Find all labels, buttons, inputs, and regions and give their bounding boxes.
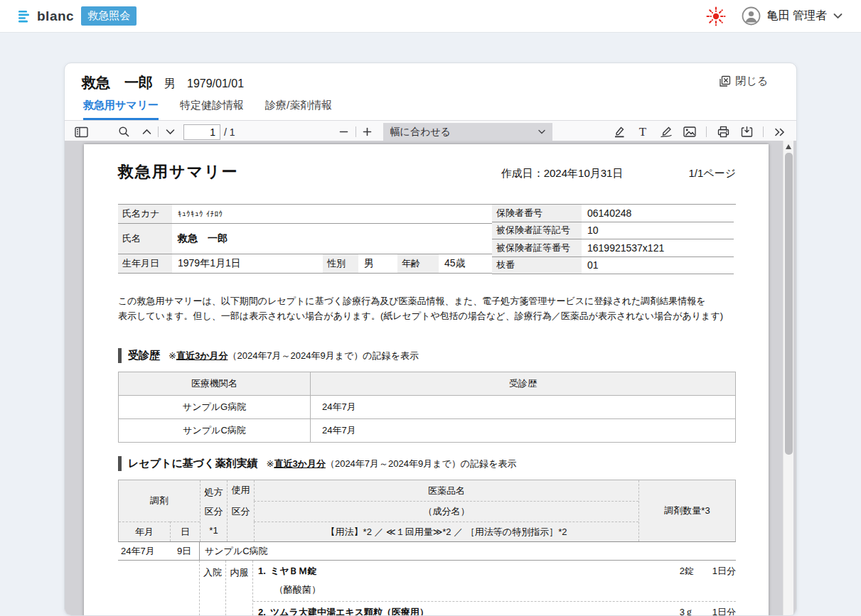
highlight-tool-button[interactable] (610, 123, 629, 141)
sex-label: 性別 (323, 254, 358, 273)
free-text-tool-button[interactable]: T (633, 123, 652, 141)
emergency-mode-icon (706, 6, 726, 26)
visit-section-title: 受診歴 (128, 349, 160, 362)
visit-history-table: 医療機関名 受診歴 サンプルG病院 24年7月 サンプルC病院 24年7月 (118, 372, 736, 443)
select-chevron-icon (538, 129, 545, 134)
print-button[interactable] (714, 123, 732, 141)
page-number-input[interactable] (183, 124, 220, 140)
topbar: blanc 救急照会 (0, 0, 861, 33)
number-value: 1619921537x121 (582, 239, 734, 256)
tab-emergency-summary[interactable]: 救急用サマリー (83, 99, 159, 120)
medication-drug-rows: 入院 内服 1. ミヤＢＭ錠 2錠 1日分 （酪酸菌） (118, 561, 736, 616)
doc-created-date: 作成日：2024年10月31日 (501, 167, 624, 180)
avatar-icon (742, 6, 761, 26)
table-row: サンプルC病院 24年7月 (119, 419, 736, 443)
branch-value: 01 (582, 257, 734, 274)
symbol-value: 10 (582, 222, 734, 239)
age-label: 年齢 (397, 254, 439, 273)
close-button[interactable]: 閉じる (719, 75, 768, 88)
download-button[interactable] (737, 123, 756, 141)
pdf-viewer: 救急用サマリー 作成日：2024年10月31日 1/1ページ 氏名カナ ｷｭｳｷ… (65, 141, 796, 615)
close-label: 閉じる (735, 75, 768, 88)
app-badge: 救急照会 (81, 6, 137, 26)
pdf-document-page: 救急用サマリー 作成日：2024年10月31日 1/1ページ 氏名カナ ｷｭｳｷ… (84, 144, 769, 616)
hospital-name: サンプルC病院 (199, 542, 736, 560)
patient-name: 救急 一郎 (82, 73, 153, 92)
list-item: 2. ツムラ大建中湯エキス顆粒（医療用） 3ｇ 1日分 （大建中湯エキス） (253, 602, 736, 616)
zoom-select-value: 幅に合わせる (390, 126, 451, 139)
tab-bar: 救急用サマリー 特定健診情報 診療/薬剤情報 (82, 99, 768, 120)
doc-page-number: 1/1ページ (688, 167, 736, 180)
doc-description-line1: この救急用サマリーは、以下期間のレセプトに基づく診療行為及び医薬品情報、また、電… (118, 293, 736, 308)
age-value: 45歳 (439, 254, 492, 273)
sex-value: 男 (358, 254, 397, 273)
zoom-select[interactable]: 幅に合わせる (383, 123, 552, 141)
doc-description: この救急用サマリーは、以下期間のレセプトに基づく診療行為及び医薬品情報、また、電… (118, 293, 736, 323)
medication-section-heading: レセプトに基づく薬剤実績 ※直近3か月分（2024年7月～2024年9月まで）の… (118, 456, 736, 471)
page-total: / 1 (224, 126, 235, 138)
user-name: 亀田 管理者 (767, 9, 827, 23)
search-button[interactable] (114, 123, 133, 141)
previous-page-button[interactable] (137, 123, 156, 141)
visit-col-history: 受診歴 (311, 372, 736, 396)
image-tool-button[interactable] (680, 123, 699, 141)
symbol-label: 被保険者証等記号 (492, 222, 582, 239)
logo-text: blanc (37, 9, 74, 24)
section-bar (118, 456, 122, 471)
zoom-out-button[interactable] (335, 123, 353, 141)
kana-value: ｷｭｳｷｭｳ ｲﾁﾛｳ (172, 205, 492, 223)
table-row: サンプルG病院 24年7月 (119, 396, 736, 419)
name-label: 氏名 (118, 224, 172, 254)
visit-table-header-row: 医療機関名 受診歴 (119, 372, 736, 396)
text-tool-glyph: T (639, 125, 646, 139)
zoom-in-button[interactable] (358, 123, 377, 141)
toolbar-more-button[interactable] (771, 123, 789, 141)
birth-value: 1979年1月1日 (172, 254, 323, 273)
draw-tool-button[interactable] (657, 123, 675, 141)
kana-label: 氏名カナ (118, 205, 172, 223)
visit-section-note: ※直近3か月分（2024年7月～2024年9月まで）の記録を表示 (169, 350, 419, 362)
patient-sex: 男 (164, 77, 176, 92)
patient-card-header: 救急 一郎 男 1979/01/01 閉じる 救急用サマリー 特定健診情報 診療… (65, 63, 796, 120)
tab-medical-medication[interactable]: 診療/薬剤情報 (265, 99, 332, 120)
insurer-label: 保険者番号 (492, 205, 582, 222)
blanc-logo-icon (18, 9, 32, 23)
section-bar (118, 348, 122, 363)
birth-label: 生年月日 (118, 254, 172, 273)
tab-health-checkup[interactable]: 特定健診情報 (180, 99, 244, 120)
vertical-scrollbar[interactable] (783, 141, 793, 615)
visit-history-section-heading: 受診歴 ※直近3か月分（2024年7月～2024年9月まで）の記録を表示 (118, 348, 736, 363)
sidebar-toggle-button[interactable] (72, 123, 90, 141)
patient-card: 救急 一郎 男 1979/01/01 閉じる 救急用サマリー 特定健診情報 診療… (64, 63, 797, 616)
rx-type: 入院 (199, 561, 226, 616)
scrollbar-thumb[interactable] (785, 153, 793, 455)
scroll-up-arrow-icon[interactable] (786, 144, 791, 149)
branch-label: 枝番 (492, 257, 582, 274)
medication-section-title: レセプトに基づく薬剤実績 (128, 457, 257, 470)
number-label: 被保険者証等番号 (492, 239, 582, 256)
medication-table-header: 調剤 年月 日 処方 区分 *1 使用 区分 医薬品名 （成分名） 【用法】*2… (118, 480, 736, 542)
visit-col-hospital: 医療機関名 (119, 372, 311, 396)
medication-section-note: ※直近3か月分（2024年7月～2024年9月まで）の記録を表示 (266, 458, 516, 470)
medication-hospital-row: 24年7月 9日 サンプルC病院 (118, 542, 736, 561)
chevron-down-icon (833, 13, 843, 19)
insurer-value: 06140248 (582, 205, 734, 222)
patient-birthdate: 1979/01/01 (187, 77, 244, 90)
next-page-button[interactable] (161, 123, 179, 141)
list-item: 1. ミヤＢＭ錠 2錠 1日分 （酪酸菌） (253, 561, 736, 602)
doc-title: 救急用サマリー (118, 161, 239, 183)
user-menu[interactable]: 亀田 管理者 (742, 6, 843, 26)
medication-table: 調剤 年月 日 処方 区分 *1 使用 区分 医薬品名 （成分名） 【用法】*2… (118, 480, 736, 616)
doc-description-line2: 表示しています。但し、一部は表示されない場合があります。(紙レセプトや包括の場合… (118, 308, 736, 323)
patient-info-table: 氏名カナ ｷｭｳｷｭｳ ｲﾁﾛｳ 氏名 救急 一郎 生年月日 1979年1月1日… (118, 204, 736, 274)
close-window-icon (719, 75, 731, 87)
app-logo: blanc 救急照会 (18, 6, 137, 26)
name-value: 救急 一郎 (172, 224, 492, 254)
use-type: 内服 (226, 561, 253, 616)
